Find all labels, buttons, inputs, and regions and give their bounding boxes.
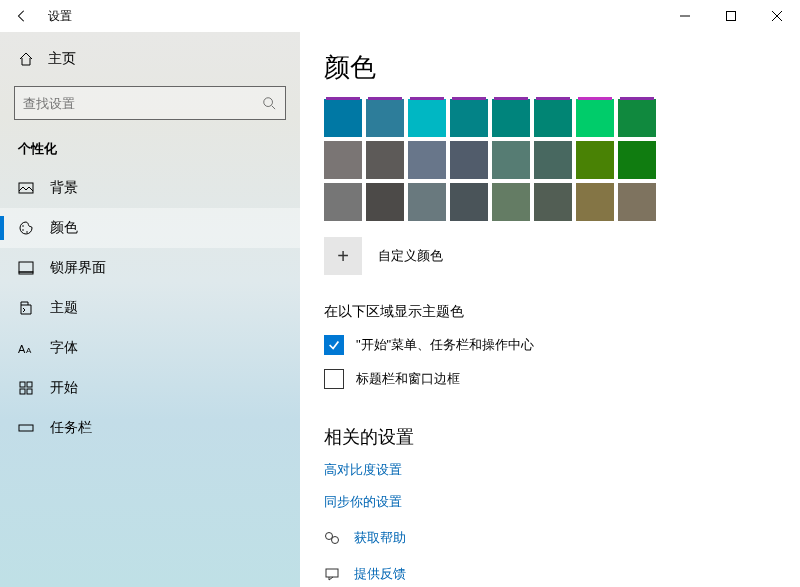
svg-text:A: A bbox=[26, 346, 32, 355]
custom-color-label: 自定义颜色 bbox=[378, 247, 443, 265]
link-high-contrast[interactable]: 高对比度设置 bbox=[324, 461, 776, 479]
theme-icon bbox=[18, 300, 34, 316]
start-icon bbox=[18, 380, 34, 396]
checkbox-icon bbox=[324, 369, 344, 389]
home-nav[interactable]: 主页 bbox=[0, 40, 300, 78]
color-swatch[interactable] bbox=[534, 141, 572, 179]
accent-section-label: 在以下区域显示主题色 bbox=[324, 303, 776, 321]
color-swatch[interactable] bbox=[450, 141, 488, 179]
palette-icon bbox=[18, 220, 34, 236]
taskbar-icon bbox=[18, 420, 34, 436]
color-swatch[interactable] bbox=[576, 141, 614, 179]
color-swatch[interactable] bbox=[492, 99, 530, 137]
svg-rect-11 bbox=[19, 272, 33, 274]
svg-point-4 bbox=[264, 98, 273, 107]
page-title: 颜色 bbox=[324, 50, 776, 85]
svg-point-20 bbox=[332, 537, 339, 544]
color-swatch[interactable] bbox=[366, 141, 404, 179]
picture-icon bbox=[18, 180, 34, 196]
lockscreen-icon bbox=[18, 260, 34, 276]
nav-label: 主题 bbox=[50, 299, 78, 317]
section-header: 个性化 bbox=[0, 134, 300, 168]
color-swatch[interactable] bbox=[324, 183, 362, 221]
nav-label: 字体 bbox=[50, 339, 78, 357]
color-swatch[interactable] bbox=[366, 183, 404, 221]
svg-point-9 bbox=[26, 231, 28, 233]
link-sync-settings[interactable]: 同步你的设置 bbox=[324, 493, 776, 511]
checkbox-titlebars[interactable]: 标题栏和窗口边框 bbox=[324, 369, 776, 389]
search-box[interactable] bbox=[14, 86, 286, 120]
window-title: 设置 bbox=[48, 8, 72, 25]
color-swatch[interactable] bbox=[324, 99, 362, 137]
svg-rect-17 bbox=[27, 389, 32, 394]
sidebar-item-start[interactable]: 开始 bbox=[0, 368, 300, 408]
checkbox-start-taskbar[interactable]: "开始"菜单、任务栏和操作中心 bbox=[324, 335, 776, 355]
svg-rect-21 bbox=[326, 569, 338, 577]
svg-rect-16 bbox=[20, 389, 25, 394]
feedback-icon bbox=[324, 566, 340, 582]
color-swatch[interactable] bbox=[492, 141, 530, 179]
checkbox-icon bbox=[324, 335, 344, 355]
color-swatch[interactable] bbox=[534, 183, 572, 221]
color-swatch[interactable] bbox=[618, 99, 656, 137]
color-swatch[interactable] bbox=[618, 183, 656, 221]
custom-color-button[interactable]: + bbox=[324, 237, 362, 275]
checkbox-label: "开始"菜单、任务栏和操作中心 bbox=[356, 336, 534, 354]
related-settings-title: 相关的设置 bbox=[324, 425, 776, 449]
nav-label: 背景 bbox=[50, 179, 78, 197]
color-swatch[interactable] bbox=[408, 99, 446, 137]
color-swatch[interactable] bbox=[492, 183, 530, 221]
svg-rect-1 bbox=[727, 12, 736, 21]
nav-label: 开始 bbox=[50, 379, 78, 397]
color-swatch[interactable] bbox=[366, 99, 404, 137]
main-content: 颜色 + 自定义颜色 在以下区域显示主题色 "开始"菜单、任务栏和操作中心 标题… bbox=[300, 32, 800, 587]
sidebar-item-taskbar[interactable]: 任务栏 bbox=[0, 408, 300, 448]
svg-rect-14 bbox=[20, 382, 25, 387]
font-icon: AA bbox=[18, 340, 34, 356]
nav-label: 颜色 bbox=[50, 219, 78, 237]
svg-rect-15 bbox=[27, 382, 32, 387]
back-button[interactable] bbox=[8, 2, 36, 30]
minimize-button[interactable] bbox=[662, 0, 708, 32]
feedback-link[interactable]: 提供反馈 bbox=[324, 565, 776, 583]
help-label: 获取帮助 bbox=[354, 529, 406, 547]
nav-label: 任务栏 bbox=[50, 419, 92, 437]
sidebar-item-themes[interactable]: 主题 bbox=[0, 288, 300, 328]
color-swatch[interactable] bbox=[450, 99, 488, 137]
svg-text:A: A bbox=[18, 343, 26, 355]
nav-label: 锁屏界面 bbox=[50, 259, 106, 277]
sidebar-item-colors[interactable]: 颜色 bbox=[0, 208, 300, 248]
svg-point-7 bbox=[22, 225, 24, 227]
color-swatch[interactable] bbox=[534, 99, 572, 137]
search-icon bbox=[261, 95, 277, 111]
svg-line-5 bbox=[272, 106, 276, 110]
color-swatch[interactable] bbox=[576, 99, 614, 137]
svg-rect-6 bbox=[19, 183, 33, 193]
checkbox-label: 标题栏和窗口边框 bbox=[356, 370, 460, 388]
svg-rect-10 bbox=[19, 262, 33, 272]
get-help-link[interactable]: 获取帮助 bbox=[324, 529, 776, 547]
color-swatch[interactable] bbox=[576, 183, 614, 221]
sidebar-item-background[interactable]: 背景 bbox=[0, 168, 300, 208]
close-button[interactable] bbox=[754, 0, 800, 32]
color-swatch[interactable] bbox=[324, 141, 362, 179]
svg-rect-18 bbox=[19, 425, 33, 431]
color-swatch-grid bbox=[324, 99, 776, 221]
color-swatch[interactable] bbox=[408, 183, 446, 221]
color-swatch[interactable] bbox=[408, 141, 446, 179]
sidebar-item-lockscreen[interactable]: 锁屏界面 bbox=[0, 248, 300, 288]
sidebar: 主页 个性化 背景 颜色 锁屏界面 主题 AA 字体 开始 bbox=[0, 32, 300, 587]
maximize-button[interactable] bbox=[708, 0, 754, 32]
feedback-label: 提供反馈 bbox=[354, 565, 406, 583]
home-icon bbox=[18, 51, 34, 67]
color-swatch[interactable] bbox=[450, 183, 488, 221]
sidebar-item-fonts[interactable]: AA 字体 bbox=[0, 328, 300, 368]
svg-point-8 bbox=[22, 229, 24, 231]
color-swatch[interactable] bbox=[618, 141, 656, 179]
search-input[interactable] bbox=[23, 96, 261, 111]
help-icon bbox=[324, 530, 340, 546]
home-label: 主页 bbox=[48, 50, 76, 68]
